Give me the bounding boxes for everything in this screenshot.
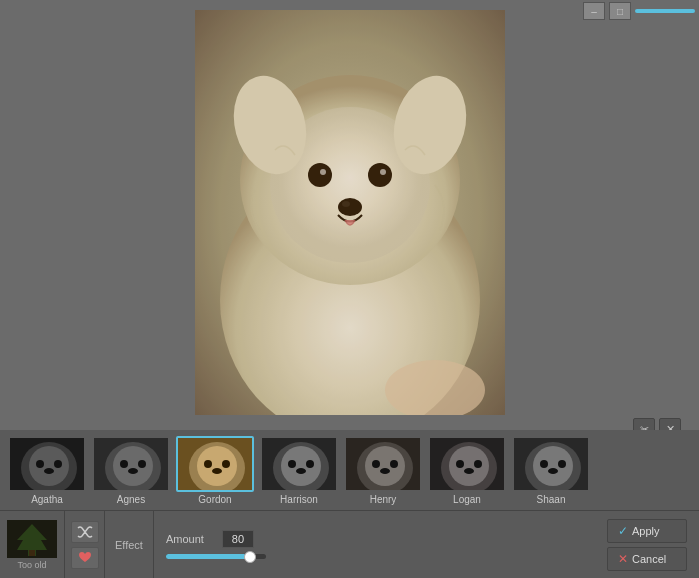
heart-button[interactable] [71,547,99,569]
svg-point-18 [54,460,62,468]
svg-point-54 [558,460,566,468]
svg-point-30 [222,460,230,468]
amount-section: Amount 80 [154,524,595,565]
filter-item-agnes[interactable]: Agnes [92,436,170,505]
filter-thumb-logan [428,436,506,492]
top-bar: – □ [579,0,699,22]
filter-label-harrison: Harrison [280,494,318,505]
minimize-button[interactable]: – [583,2,605,20]
filter-label-gordon: Gordon [198,494,231,505]
svg-point-47 [456,460,464,468]
filter-label-shaan: Shaan [537,494,566,505]
svg-point-22 [113,446,153,486]
dog-portrait [195,10,505,415]
svg-point-16 [29,446,69,486]
amount-slider-fill [166,554,246,559]
filter-thumb-agatha [8,436,86,492]
svg-point-49 [464,468,474,474]
top-slider[interactable] [635,9,695,13]
filter-item-shaan[interactable]: Shaan [512,436,590,505]
effect-label: Effect [105,511,154,578]
filter-strip: Agatha Agnes Gor [0,430,699,510]
svg-point-55 [548,468,558,474]
check-icon: ✓ [618,524,628,538]
filter-thumb-henry [344,436,422,492]
filter-item-harrison[interactable]: Harrison [260,436,338,505]
svg-point-24 [138,460,146,468]
filter-item-logan[interactable]: Logan [428,436,506,505]
svg-point-37 [296,468,306,474]
amount-value: 80 [222,530,254,548]
x-icon: ✕ [618,552,628,566]
svg-point-23 [120,460,128,468]
amount-row: Amount 80 [166,530,583,548]
bottom-panel: Too old Effect Amount 80 ✓ [0,510,699,578]
thumb-section: Too old [0,511,65,578]
svg-point-42 [390,460,398,468]
filter-item-agatha[interactable]: Agatha [8,436,86,505]
shuffle-section [65,511,105,578]
main-image [195,10,505,415]
apply-button[interactable]: ✓ Apply [607,519,687,543]
svg-point-25 [128,468,138,474]
amount-slider-thumb[interactable] [244,551,256,563]
action-buttons: ✓ Apply ✕ Cancel [595,515,699,575]
amount-slider[interactable] [166,554,266,559]
svg-rect-12 [195,10,505,415]
shuffle-button[interactable] [71,521,99,543]
filter-label-agnes: Agnes [117,494,145,505]
maximize-button[interactable]: □ [609,2,631,20]
filter-item-gordon[interactable]: Gordon [176,436,254,505]
amount-label: Amount [166,533,216,545]
svg-point-34 [281,446,321,486]
filter-thumb-gordon [176,436,254,492]
svg-point-40 [365,446,405,486]
filter-thumb-agnes [92,436,170,492]
cancel-label: Cancel [632,553,666,565]
filter-thumb-shaan [512,436,590,492]
svg-point-17 [36,460,44,468]
apply-label: Apply [632,525,660,537]
svg-point-28 [197,446,237,486]
svg-point-53 [540,460,548,468]
filter-item-henry[interactable]: Henry [344,436,422,505]
filter-thumb-harrison [260,436,338,492]
small-thumb [7,520,57,558]
svg-point-31 [212,468,222,474]
thumb-label: Too old [17,560,46,570]
svg-point-35 [288,460,296,468]
svg-point-41 [372,460,380,468]
svg-point-48 [474,460,482,468]
filter-label-agatha: Agatha [31,494,63,505]
svg-point-19 [44,468,54,474]
svg-point-29 [204,460,212,468]
cancel-button[interactable]: ✕ Cancel [607,547,687,571]
svg-point-52 [533,446,573,486]
filter-label-logan: Logan [453,494,481,505]
svg-point-36 [306,460,314,468]
svg-rect-58 [29,550,35,556]
svg-point-46 [449,446,489,486]
svg-point-43 [380,468,390,474]
filter-label-henry: Henry [370,494,397,505]
